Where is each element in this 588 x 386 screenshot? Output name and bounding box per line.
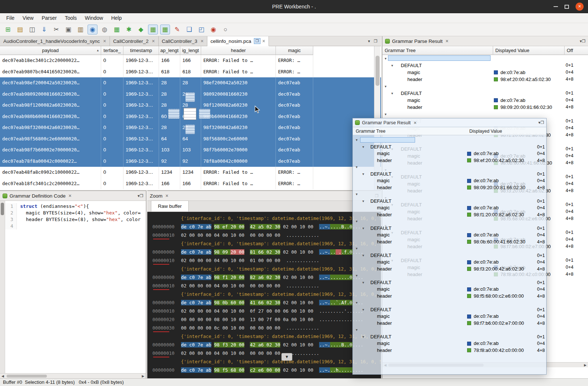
hex-byte-span[interactable] <box>244 342 250 348</box>
hex-byte-span[interactable]: 02 00 10 00 <box>280 275 313 280</box>
tree-row[interactable]: header98:f3:20:00:42:a6:02:304+8 <box>353 266 546 273</box>
ascii-span[interactable]: .......0 <box>330 275 352 280</box>
code-panel-hscrollbar[interactable]: ◀ ▶ <box>0 373 146 378</box>
hex-byte-span[interactable]: c2 e6 00 00 <box>250 367 280 373</box>
column-header-grammar-tree[interactable]: Grammar Tree <box>356 127 385 135</box>
tree-row[interactable]: header98:f1:20:00:82:a6:02:304+8 <box>353 212 546 218</box>
ascii-span[interactable]: ....B..0 <box>330 224 352 229</box>
floating-window-float-icon[interactable]: ❐ <box>540 120 544 125</box>
table-row[interactable]: dec07eab98ef200042a50230020…01969-12-3…2… <box>0 77 381 89</box>
hex-byte-span[interactable]: de c0 7e ab <box>181 367 211 373</box>
hex-byte-span[interactable] <box>244 275 250 280</box>
floating-window-close-icon[interactable]: × <box>414 120 417 126</box>
hex-byte-span[interactable]: 02 00 10 00 <box>280 224 313 229</box>
hex-byte-span[interactable]: 02 00 00 00 04 00 10 00 00 00 00 00 <box>181 350 280 356</box>
minimize-button[interactable] <box>554 6 558 7</box>
code-line[interactable]: 1struct (endianness="<"){ <box>5 203 146 210</box>
hex-byte-span[interactable]: 42 a6 02 30 <box>250 342 280 348</box>
user-icon[interactable]: ◍ <box>100 25 110 34</box>
maximize-button[interactable] <box>565 5 569 9</box>
hex-byte-span[interactable]: 02 00 10 00 <box>280 367 313 373</box>
column-header-payload[interactable]: payload▲ <box>0 46 101 55</box>
marker-icon[interactable]: ✎ <box>172 25 182 34</box>
code-line[interactable]: 3 header BYTES(size=(8), show="hex", col… <box>5 216 146 223</box>
hex-byte-span[interactable]: 98 09 <box>214 249 230 255</box>
tree-row[interactable]: ▾DEFAULT0+1 <box>353 334 546 341</box>
floating-parse-window[interactable]: Grammar Parse Result × ▾ ❐ Grammar Tree … <box>352 118 547 375</box>
column-header-grammar-tree[interactable]: Grammar Tree <box>385 46 416 55</box>
hex-byte-span[interactable]: 02 00 00 00 04 00 10 00 00 00 00 00 <box>181 283 280 288</box>
tree-row[interactable]: magicde:c0:7e:ab0+4 <box>353 232 546 239</box>
tree-row[interactable]: magicde:c0:7e:ab0+4 <box>353 286 546 293</box>
hex-byte-span[interactable]: 98 ef 20 00 <box>214 224 244 229</box>
tree-row[interactable]: ▾DEFAULT0+1 <box>353 144 546 151</box>
ascii-span[interactable]: ..`.Af.0 <box>330 300 352 305</box>
expander-icon[interactable]: ▾ <box>362 198 364 205</box>
column-header-displayed-value[interactable]: Displayed Value <box>493 46 529 55</box>
code-line[interactable]: 2 magic BYTES(size=(4), show="hex", colo… <box>5 210 146 216</box>
menu-item-parser[interactable]: Parser <box>38 14 61 22</box>
paste-icon[interactable]: ▥ <box>75 25 85 34</box>
tree-row[interactable]: ▾ <box>353 299 546 306</box>
table-row[interactable]: dec07eab78f8a00042c0000022…01969-12-3…92… <box>0 156 381 167</box>
tree-row[interactable]: header98:ef:20:00:42:a5:02:304+8 <box>382 76 588 83</box>
cut-icon[interactable]: ✂ <box>51 25 61 34</box>
hex-byte-span[interactable]: 82 a6 02 30 <box>250 275 280 280</box>
hex-byte-span[interactable]: de c0 7e ab <box>181 275 211 280</box>
ascii-span[interactable]: ..~. <box>319 224 330 229</box>
column-header-magic[interactable]: magic <box>276 46 313 55</box>
tab-close-icon[interactable]: × <box>262 38 265 44</box>
tree-row[interactable]: header98:ef:20:00:42:a5:02:304+8 <box>353 157 546 164</box>
save-icon[interactable]: ◫ <box>27 25 37 34</box>
expander-icon[interactable]: ▾ <box>391 90 393 97</box>
tree-row[interactable]: ▾ <box>353 164 546 171</box>
table-row[interactable]: dec07eab9807bc0441650230020…01969-12-3…6… <box>0 66 381 78</box>
expander-icon[interactable]: ▾ <box>356 327 358 334</box>
tab-close-icon[interactable]: × <box>103 38 106 44</box>
tree-row[interactable]: ▾DEFAULT0+1 <box>382 90 588 97</box>
tab-AudioController_1_handleVocoderInfo_sync[interactable]: AudioController_1_handleVocoderInfo_sync… <box>0 36 110 46</box>
scroll-down-button[interactable]: ▼ <box>281 353 292 361</box>
export-icon[interactable]: ⇓ <box>39 25 49 34</box>
menu-item-help[interactable]: Help <box>107 14 126 22</box>
expander-icon[interactable]: ▾ <box>362 252 364 259</box>
tree-row[interactable]: magicde:c0:7e:ab0+4 <box>353 177 546 184</box>
tree-row[interactable]: header98:09:20:00:81:66:02:304+8 <box>382 104 588 111</box>
tree-row[interactable]: ▾DEFAULT0+1 <box>353 225 546 232</box>
menu-item-window[interactable]: Window <box>81 14 107 22</box>
ascii-span[interactable]: ..~. <box>319 342 330 348</box>
column-header-ap-lengt[interactable]: ap_lengt <box>159 46 180 55</box>
tree-row[interactable]: ▾ <box>353 137 546 144</box>
code-panel-close-icon[interactable]: × <box>69 193 71 199</box>
tree-row[interactable]: ▾DEFAULT0+1 <box>382 62 588 69</box>
table-row[interactable]: dec07eab18ec3401c2c20000022…01969-12-3…1… <box>0 55 381 66</box>
column-header-timestamp[interactable]: timestamp <box>123 46 159 55</box>
code-hscroll-thumb[interactable] <box>7 375 47 378</box>
hex-byte-span[interactable] <box>244 249 250 255</box>
tab-CallController_3[interactable]: CallController_3× <box>159 36 207 46</box>
new-file-icon[interactable]: ⊞ <box>3 25 13 34</box>
tree-row[interactable]: ▾ <box>353 272 546 279</box>
parse-panel-close-icon[interactable]: × <box>445 38 448 44</box>
tab-cellinfo_nosim.pca[interactable]: cellinfo_nosim.pca❐× <box>207 36 269 46</box>
expander-icon[interactable]: ▾ <box>362 225 364 232</box>
tree-row[interactable]: ▾DEFAULT0+1 <box>353 198 546 205</box>
expander-icon[interactable]: ▾ <box>356 245 358 252</box>
code-vscroll-thumb[interactable] <box>1 203 4 215</box>
hex-byte-span[interactable]: 42 a5 02 30 <box>250 224 280 229</box>
tree-row[interactable]: header98:f7:b6:00:02:e7:00:004+8 <box>353 320 546 327</box>
table-row[interactable]: dec07eab98f56800c2e60000020…01969-12-3…6… <box>0 133 381 145</box>
hex-byte-span[interactable]: de c0 7e ab <box>181 224 211 229</box>
parse-panel-float-icon[interactable]: ❐ <box>582 39 585 44</box>
tree-row[interactable]: magicde:c0:7e:ab0+4 <box>353 150 546 157</box>
tab-close-icon[interactable]: × <box>152 38 155 44</box>
tree-row[interactable]: magicde:c0:7e:ab0+4 <box>382 69 588 76</box>
close-button[interactable]: × <box>576 3 584 11</box>
code-panel-float-icon[interactable]: ❐ <box>140 194 143 198</box>
ascii-span[interactable]: ..h..... <box>330 367 352 373</box>
expander-icon[interactable]: ▾ <box>356 164 358 171</box>
hex-byte-span[interactable]: 81 66 02 30 <box>250 249 280 255</box>
ascii-span[interactable]: ..~. <box>319 300 330 305</box>
ascii-span[interactable]: ..~. <box>319 275 330 280</box>
preview-icon[interactable]: ◰ <box>196 25 206 34</box>
